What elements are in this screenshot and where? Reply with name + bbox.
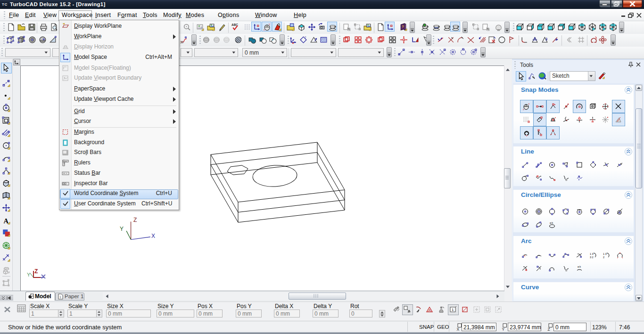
svg-text:?: ? <box>305 36 306 39</box>
svg-text:Y: Y <box>120 226 124 232</box>
svg-text:Y: Y <box>502 327 505 331</box>
svg-text:Y: Y <box>528 103 530 106</box>
svg-text:a:b: a:b <box>578 265 581 268</box>
svg-text:X: X <box>151 233 155 239</box>
svg-text:Y: Y <box>269 23 271 26</box>
svg-text:Z: Z <box>548 327 550 331</box>
svg-text:1 3: 1 3 <box>603 253 607 255</box>
svg-text:A: A <box>429 308 431 312</box>
svg-text:1: 1 <box>452 308 454 312</box>
svg-text:Z: Z <box>133 217 137 223</box>
svg-text:Z: Z <box>34 268 38 275</box>
svg-text:1: 1 <box>59 295 61 299</box>
svg-text:3 2: 3 2 <box>590 256 594 259</box>
svg-text:x: x <box>264 28 265 31</box>
svg-text:1 3: 1 3 <box>590 253 594 255</box>
svg-text:30: 30 <box>180 41 184 44</box>
svg-text:x: x <box>523 108 524 111</box>
svg-text:2: 2 <box>603 256 604 259</box>
svg-text:?: ? <box>402 24 404 29</box>
svg-text:X: X <box>457 327 460 331</box>
svg-text:Y: Y <box>27 272 31 277</box>
svg-text:A: A <box>3 217 8 224</box>
svg-text:a:b: a:b <box>550 221 553 224</box>
